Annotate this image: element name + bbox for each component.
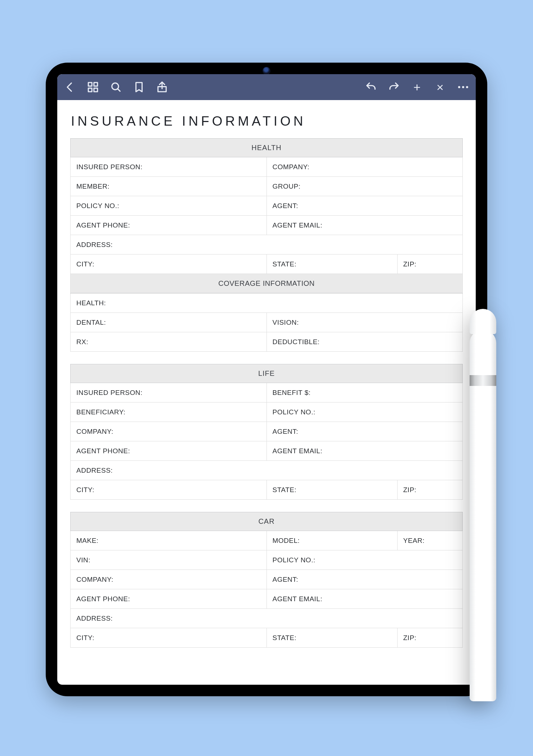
field-label[interactable]: INSURED PERSON: <box>71 157 267 177</box>
svg-rect-1 <box>94 82 98 86</box>
field-label[interactable]: BENEFICIARY: <box>71 402 267 422</box>
bookmark-icon[interactable] <box>133 81 145 93</box>
svg-rect-0 <box>88 82 92 86</box>
field-label[interactable]: AGENT EMAIL: <box>266 441 463 461</box>
field-label[interactable]: CITY: <box>71 480 267 500</box>
section-header: HEALTH <box>71 139 463 157</box>
field-label[interactable]: ZIP: <box>397 480 463 500</box>
field-label[interactable]: AGENT EMAIL: <box>266 216 463 235</box>
field-label[interactable]: STATE: <box>266 255 397 274</box>
section-subheader: COVERAGE INFORMATION <box>71 274 463 293</box>
undo-icon[interactable] <box>365 81 377 93</box>
field-label[interactable]: VISION: <box>266 313 463 332</box>
field-label[interactable]: YEAR: <box>397 531 463 550</box>
field-label[interactable]: MODEL: <box>266 531 397 550</box>
section-car: CAR MAKE: MODEL: YEAR: VIN: POLICY NO.: … <box>70 512 463 648</box>
document-page: INSURANCE INFORMATION HEALTH INSURED PER… <box>57 100 476 674</box>
section-header: LIFE <box>71 364 463 383</box>
field-label[interactable]: AGENT PHONE: <box>71 216 267 235</box>
field-label[interactable]: ZIP: <box>397 255 463 274</box>
section-life: LIFE INSURED PERSON: BENEFIT $: BENEFICI… <box>70 364 463 500</box>
field-label[interactable]: VIN: <box>71 550 267 570</box>
device-camera <box>263 67 270 75</box>
field-label[interactable]: CITY: <box>71 255 267 274</box>
field-label[interactable]: AGENT EMAIL: <box>266 589 463 609</box>
field-label[interactable]: CITY: <box>71 628 267 648</box>
svg-rect-2 <box>88 88 92 92</box>
field-label[interactable]: INSURED PERSON: <box>71 383 267 402</box>
field-label[interactable]: POLICY NO.: <box>71 196 267 216</box>
field-label[interactable]: HEALTH: <box>71 293 463 313</box>
ipad-device: + × INSURANCE INFORMATION HEALTH INSURED… <box>46 63 487 696</box>
field-label[interactable]: COMPANY: <box>266 157 463 177</box>
add-icon[interactable]: + <box>411 81 423 93</box>
section-header: CAR <box>71 512 463 531</box>
svg-rect-3 <box>94 88 98 92</box>
field-label[interactable]: AGENT: <box>266 570 463 589</box>
share-icon[interactable] <box>156 81 168 93</box>
grid-icon[interactable] <box>87 81 99 93</box>
field-label[interactable]: POLICY NO.: <box>266 402 463 422</box>
field-label[interactable]: STATE: <box>266 628 397 648</box>
device-screen: + × INSURANCE INFORMATION HEALTH INSURED… <box>57 74 476 685</box>
field-label[interactable]: STATE: <box>266 480 397 500</box>
section-health: HEALTH INSURED PERSON: COMPANY: MEMBER: … <box>70 138 463 352</box>
field-label[interactable]: MEMBER: <box>71 177 267 196</box>
field-label[interactable]: AGENT PHONE: <box>71 589 267 609</box>
field-label[interactable]: ADDRESS: <box>71 609 463 628</box>
page-title: INSURANCE INFORMATION <box>71 114 463 129</box>
field-label[interactable]: AGENT PHONE: <box>71 441 267 461</box>
field-label[interactable]: COMPANY: <box>71 422 267 441</box>
field-label[interactable]: MAKE: <box>71 531 267 550</box>
field-label[interactable]: GROUP: <box>266 177 463 196</box>
field-label[interactable]: COMPANY: <box>71 570 267 589</box>
field-label[interactable]: BENEFIT $: <box>266 383 463 402</box>
apple-pencil <box>470 309 496 701</box>
field-label[interactable]: ADDRESS: <box>71 235 463 255</box>
field-label[interactable]: POLICY NO.: <box>266 550 463 570</box>
field-label[interactable]: ZIP: <box>397 628 463 648</box>
field-label[interactable]: DENTAL: <box>71 313 267 332</box>
field-label[interactable]: AGENT: <box>266 422 463 441</box>
field-label[interactable]: ADDRESS: <box>71 461 463 480</box>
svg-line-5 <box>118 89 120 91</box>
close-icon[interactable]: × <box>434 81 446 93</box>
redo-icon[interactable] <box>388 81 400 93</box>
field-label[interactable]: AGENT: <box>266 196 463 216</box>
search-icon[interactable] <box>110 81 122 93</box>
field-label[interactable]: DEDUCTIBLE: <box>266 332 463 352</box>
field-label[interactable]: RX: <box>71 332 267 352</box>
more-icon[interactable] <box>457 81 469 93</box>
app-toolbar: + × <box>57 74 476 100</box>
back-icon[interactable] <box>64 81 76 93</box>
